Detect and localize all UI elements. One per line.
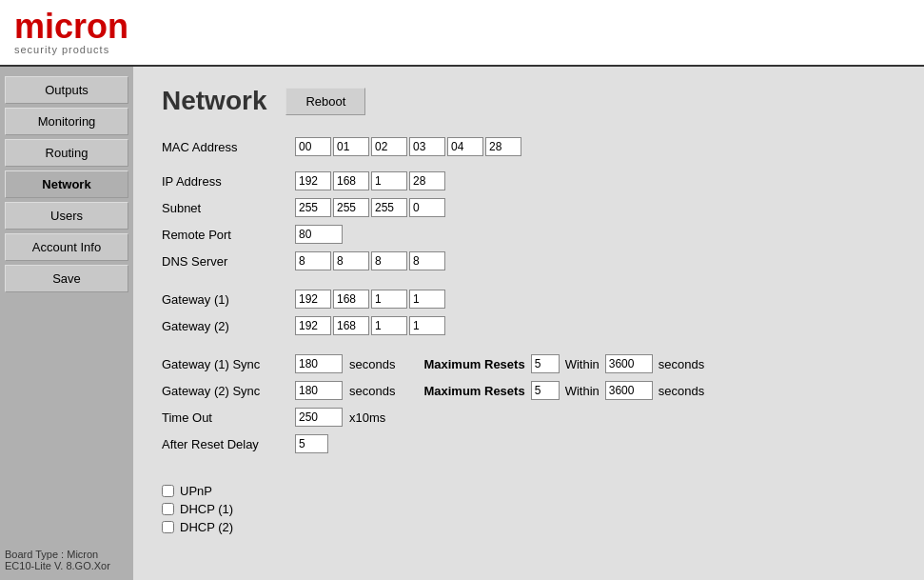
gateway2-sync-input[interactable]: [295, 381, 343, 400]
upnp-label: UPnP: [180, 484, 212, 498]
mac-field-2[interactable]: [371, 137, 407, 156]
gateway1-sync-row: Gateway (1) Sync seconds Maximum Resets …: [162, 352, 895, 375]
sidebar-item-monitoring[interactable]: Monitoring: [5, 108, 128, 135]
ip-field-2[interactable]: [371, 171, 407, 190]
dns-field-0[interactable]: [295, 251, 331, 270]
after-reset-delay-row: After Reset Delay: [162, 432, 895, 455]
gateway1-sync-fields: seconds: [295, 354, 395, 373]
dhcp2-checkbox[interactable]: [162, 521, 174, 533]
sidebar-item-save[interactable]: Save: [5, 265, 128, 292]
sidebar: Outputs Monitoring Routing Network Users…: [0, 67, 133, 580]
mac-field-3[interactable]: [409, 137, 445, 156]
subnet-fields: [295, 198, 445, 217]
dhcp1-label: DHCP (1): [180, 502, 233, 516]
ip-field-0[interactable]: [295, 171, 331, 190]
max-resets-2-input[interactable]: [531, 381, 560, 400]
upnp-row: UPnP: [162, 484, 895, 498]
dhcp1-checkbox[interactable]: [162, 503, 174, 515]
sidebar-footer: Board Type : Micron EC10-Lite V. 8.GO.Xo…: [5, 530, 128, 571]
mac-field-4[interactable]: [447, 137, 483, 156]
sidebar-item-routing[interactable]: Routing: [5, 139, 128, 167]
within-2-input[interactable]: [605, 381, 653, 400]
subnet-field-1[interactable]: [333, 198, 369, 217]
mac-address-label: MAC Address: [162, 140, 295, 154]
ip-field-1[interactable]: [333, 171, 369, 190]
subnet-field-3[interactable]: [409, 198, 445, 217]
gateway2-sync-label: Gateway (2) Sync: [162, 384, 295, 398]
dns-server-label: DNS Server: [162, 254, 295, 269]
ip-address-row: IP Address: [162, 170, 895, 192]
gw2-field-0[interactable]: [295, 316, 331, 335]
dhcp2-label: DHCP (2): [180, 520, 233, 534]
gateway2-sync-row: Gateway (2) Sync seconds Maximum Resets …: [162, 379, 895, 402]
sidebar-item-outputs[interactable]: Outputs: [5, 76, 128, 104]
dhcp1-row: DHCP (1): [162, 502, 895, 516]
gateway2-row: Gateway (2): [162, 314, 895, 337]
remote-port-row: Remote Port: [162, 223, 895, 246]
checkbox-section: UPnP DHCP (1) DHCP (2): [162, 484, 895, 534]
ip-address-fields: [295, 171, 445, 190]
ip-field-3[interactable]: [409, 171, 445, 190]
gw2-field-2[interactable]: [371, 316, 407, 335]
reboot-button[interactable]: Reboot: [285, 88, 365, 115]
within-1-label: Within: [565, 357, 600, 371]
timeout-label: Time Out: [162, 410, 295, 425]
brand-tagline: security products: [14, 44, 910, 55]
mac-field-0[interactable]: [295, 137, 331, 156]
gw2-field-3[interactable]: [409, 316, 445, 335]
gateway1-label: Gateway (1): [162, 292, 295, 307]
main-content: Network Reboot MAC Address IP Address: [133, 67, 924, 580]
sidebar-item-account-info[interactable]: Account Info: [5, 233, 128, 261]
within-2-label: Within: [565, 384, 600, 398]
subnet-label: Subnet: [162, 201, 295, 215]
after-reset-delay-input[interactable]: [295, 434, 328, 453]
within-1-input[interactable]: [605, 354, 653, 373]
timeout-input[interactable]: [295, 408, 343, 427]
subnet-field-0[interactable]: [295, 198, 331, 217]
ip-address-label: IP Address: [162, 174, 295, 189]
dns-field-3[interactable]: [409, 251, 445, 270]
dns-server-fields: [295, 251, 445, 270]
gateway2-sync-unit: seconds: [349, 384, 395, 398]
timeout-fields: x10ms: [295, 408, 385, 427]
sidebar-item-network[interactable]: Network: [5, 170, 128, 198]
within-1-unit: seconds: [659, 357, 704, 371]
mac-address-row: MAC Address: [162, 135, 895, 158]
max-resets-1-input[interactable]: [531, 354, 560, 373]
gateway2-sync-fields: seconds: [295, 381, 395, 400]
gw1-field-2[interactable]: [371, 290, 407, 309]
gw1-field-0[interactable]: [295, 290, 331, 309]
mac-address-fields: [295, 137, 521, 156]
version-label: EC10-Lite V. 8.GO.Xor: [5, 560, 110, 571]
timeout-unit: x10ms: [349, 410, 385, 425]
header: micron security products: [0, 0, 924, 67]
sidebar-item-users[interactable]: Users: [5, 202, 128, 230]
upnp-checkbox[interactable]: [162, 485, 174, 497]
dns-field-2[interactable]: [371, 251, 407, 270]
gateway1-row: Gateway (1): [162, 288, 895, 310]
gateway1-fields: [295, 290, 445, 309]
gateway1-sync-label: Gateway (1) Sync: [162, 357, 295, 371]
within-2-unit: seconds: [659, 384, 704, 398]
brand-logo: micron: [14, 10, 910, 44]
mac-field-1[interactable]: [333, 137, 369, 156]
gw1-field-1[interactable]: [333, 290, 369, 309]
gw2-field-1[interactable]: [333, 316, 369, 335]
dns-field-1[interactable]: [333, 251, 369, 270]
mac-field-5[interactable]: [485, 137, 521, 156]
gw1-field-3[interactable]: [409, 290, 445, 309]
gateway2-fields: [295, 316, 445, 335]
subnet-row: Subnet: [162, 196, 895, 219]
page-title: Network: [162, 86, 266, 116]
after-reset-delay-fields: [295, 434, 328, 453]
remote-port-input[interactable]: [295, 225, 343, 244]
remote-port-fields: [295, 225, 343, 244]
page-header: Network Reboot: [162, 86, 895, 116]
subnet-field-2[interactable]: [371, 198, 407, 217]
dns-server-row: DNS Server: [162, 250, 895, 272]
gateway2-label: Gateway (2): [162, 319, 295, 333]
gateway1-sync-input[interactable]: [295, 354, 343, 373]
max-resets-1-label: Maximum Resets: [423, 357, 524, 371]
dhcp2-row: DHCP (2): [162, 520, 895, 534]
board-type-value: Micron: [67, 549, 98, 560]
